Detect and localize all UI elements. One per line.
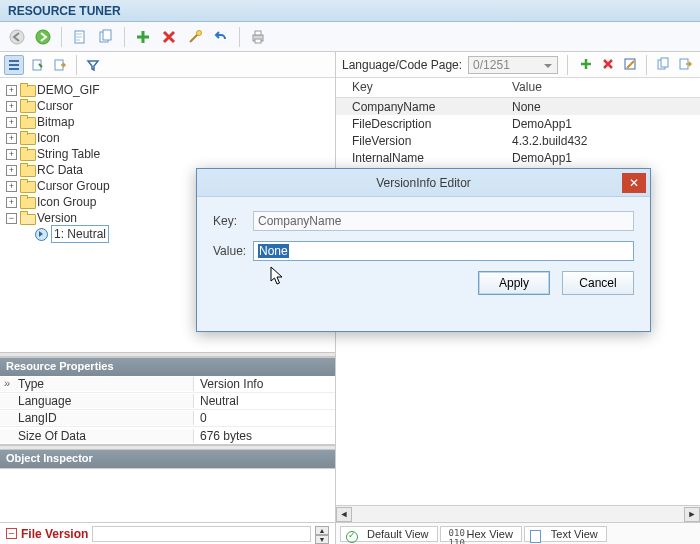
expand-icon[interactable]: + [6,165,17,176]
svg-rect-7 [255,31,261,35]
property-row[interactable]: LanguageNeutral [0,393,335,410]
kv-header-key[interactable]: Key [336,78,496,97]
language-combo[interactable]: 0/1251 [468,56,558,74]
tab-label: Hex View [467,528,513,540]
table-row[interactable]: FileVersion4.3.2.build432 [336,132,700,149]
table-row[interactable]: FileDescriptionDemoApp1 [336,115,700,132]
page-view-icon[interactable] [27,55,47,75]
dialog-value-input[interactable]: None [253,241,634,261]
doc-dup-icon[interactable] [95,26,117,48]
tree-item[interactable]: +Icon [4,130,335,146]
apply-button[interactable]: Apply [478,271,550,295]
language-bar: Language/Code Page: 0/1251 [336,52,700,78]
tree-item[interactable]: +Cursor [4,98,335,114]
folder-icon [20,132,34,144]
expand-icon[interactable]: + [6,197,17,208]
tab-label: Text View [551,528,598,540]
kv-key: FileDescription [336,117,496,131]
view-tabs: Default View 010110 Hex View Text View [336,522,700,544]
toolbar-separator [646,55,647,75]
property-row[interactable]: TypeVersion Info [0,376,335,393]
app-title-bar: RESOURCE TUNER [0,0,700,22]
main-toolbar [0,22,700,52]
undo-icon[interactable] [210,26,232,48]
svg-rect-4 [103,30,111,40]
resource-node-icon [34,228,48,240]
scroll-left-icon[interactable]: ◄ [336,507,352,522]
expand-icon[interactable]: + [6,149,17,160]
dialog-key-row: Key: [213,211,634,231]
tree-label: Cursor Group [37,178,110,194]
forward-icon[interactable] [32,26,54,48]
property-row[interactable]: LangID0 [0,410,335,427]
scroll-right-icon[interactable]: ► [684,507,700,522]
add-icon[interactable] [132,26,154,48]
cancel-button[interactable]: Cancel [562,271,634,295]
back-icon[interactable] [6,26,28,48]
tree-item[interactable]: +Bitmap [4,114,335,130]
expand-icon[interactable]: + [6,117,17,128]
tree-label: Version [37,210,77,226]
export-view-icon[interactable] [50,55,70,75]
import-icon[interactable] [676,55,694,73]
expand-icon[interactable]: + [6,101,17,112]
spin-up-icon[interactable]: ▲ [315,526,329,535]
folder-icon [20,84,34,96]
tree-label: RC Data [37,162,83,178]
dialog-body: Key: Value: None Apply Cancel [197,197,650,305]
tree-label: Bitmap [37,114,74,130]
wand-icon[interactable] [184,26,206,48]
dialog-value-label: Value: [213,244,253,258]
delete-icon[interactable] [158,26,180,48]
edit-icon[interactable] [621,55,639,73]
spin-down-icon[interactable]: ▼ [315,535,329,544]
folder-icon [20,164,34,176]
tree-label: String Table [37,146,100,162]
table-row[interactable]: InternalNameDemoApp1 [336,149,700,166]
expand-icon[interactable]: + [6,181,17,192]
property-row[interactable]: Size Of Data676 bytes [0,427,335,444]
keyvalue-grid[interactable]: Key Value CompanyNameNoneFileDescription… [336,78,700,166]
kv-key: CompanyName [336,100,496,114]
close-icon[interactable]: ✕ [622,173,646,193]
folder-icon [20,100,34,112]
tab-text-view[interactable]: Text View [524,526,607,542]
tree-label: 1: Neutral [51,225,109,243]
tab-hex-view[interactable]: 010110 Hex View [440,526,522,542]
property-value: 676 bytes [194,429,335,443]
property-key: Language [0,394,194,408]
tree-item[interactable]: +String Table [4,146,335,162]
kv-header-value[interactable]: Value [496,78,548,97]
collapse-icon[interactable]: − [6,528,17,539]
dialog-value-row: Value: None [213,241,634,261]
expand-icon[interactable]: + [6,133,17,144]
property-key: Size Of Data [0,429,194,443]
resource-properties-panel: Resource Properties TypeVersion InfoLang… [0,357,335,445]
language-label: Language/Code Page: [342,58,462,72]
object-inspector-body [0,468,335,522]
copy-icon[interactable] [654,55,672,73]
delete-icon[interactable] [599,55,617,73]
filter-icon[interactable] [83,55,103,75]
kv-value: DemoApp1 [496,151,578,165]
versioninfo-editor-dialog: VersionInfo Editor ✕ Key: Value: None Ap… [196,168,651,332]
svg-rect-13 [661,58,668,67]
dialog-key-label: Key: [213,214,253,228]
dialog-title-bar[interactable]: VersionInfo Editor ✕ [197,169,650,197]
file-version-input[interactable] [92,526,311,542]
table-row[interactable]: CompanyNameNone [336,98,700,115]
tab-default-view[interactable]: Default View [340,526,438,542]
list-view-icon[interactable] [4,55,24,75]
dialog-key-input[interactable] [253,211,634,231]
doc-new-icon[interactable] [69,26,91,48]
tree-label: Cursor [37,98,73,114]
file-version-spinner[interactable]: ▲▼ [315,526,329,542]
add-icon[interactable] [577,55,595,73]
print-icon[interactable] [247,26,269,48]
collapse-icon[interactable]: − [6,213,17,224]
folder-icon [20,116,34,128]
horizontal-scrollbar[interactable]: ◄ ► [336,505,700,522]
tree-item[interactable]: +DEMO_GIF [4,82,335,98]
kv-value: DemoApp1 [496,117,578,131]
expand-icon[interactable]: + [6,85,17,96]
